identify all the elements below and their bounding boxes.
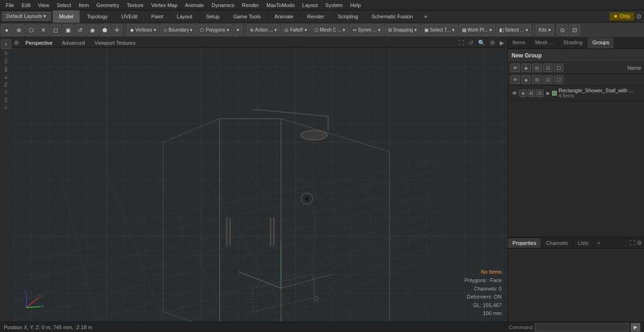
vp-ctrl-reset[interactable]: ↺ <box>467 39 475 47</box>
viewport-canvas[interactable]: X Y Z No Items Polygons : Face Channels:… <box>12 48 507 322</box>
group-ctrl-eye2[interactable]: 👁 <box>511 75 520 84</box>
toolbar-polygons[interactable]: ⬡ Polygons ▾ <box>197 24 232 36</box>
group-item-btn2[interactable]: ⊟ <box>528 89 535 97</box>
sidebar-btn-1[interactable]: ≡ <box>1 40 11 49</box>
toolbar-select[interactable]: ▣ Select T... ▾ <box>421 24 458 36</box>
toolbar-mode[interactable]: ▾ <box>233 24 242 36</box>
vp-ctrl-fullscreen[interactable]: ⛶ <box>457 39 465 47</box>
menu-edit[interactable]: Edit <box>18 1 34 9</box>
bottom-ctrl-expand[interactable]: ⛶ <box>629 240 635 246</box>
group-ctrl-check2[interactable]: ☑ <box>543 75 553 84</box>
vp-tab-textures[interactable]: Viewport Textures <box>90 39 140 47</box>
toolbar-kits[interactable]: Kits ▾ <box>536 24 554 36</box>
group-ctrl-lock2[interactable]: ⊟ <box>532 75 542 84</box>
rp-tab-shading[interactable]: Shading <box>559 38 587 49</box>
right-panel-bottom: Properties Channels Lists + ⛶ ⚙ <box>508 237 644 322</box>
toolbar-symmetry[interactable]: ⇔ Symm ... ▾ <box>349 24 383 36</box>
toolbar-selection[interactable]: ◧ Selecti ... ▾ <box>496 24 531 36</box>
menu-maxtomodo[interactable]: MaxToModo <box>263 1 298 9</box>
menu-system[interactable]: System <box>322 1 347 9</box>
sidebar-label-d: D: <box>4 50 8 56</box>
menu-layout[interactable]: Layout <box>298 1 322 9</box>
vp-ctrl-zoom[interactable]: 🔍 <box>477 39 487 47</box>
group-item[interactable]: 👁 ◈ ⊟ ☑ ▶ Rectangle_Shower_Stall_with ..… <box>508 86 644 101</box>
menu-file[interactable]: File <box>2 1 18 9</box>
toolbar-work-plane[interactable]: ▦ Work Pl... ▾ <box>459 24 495 36</box>
toolbar-icon-1[interactable]: ● <box>1 24 12 36</box>
sidebar-label-c: C: <box>4 89 8 95</box>
bottom-tab-channels[interactable]: Channels <box>541 238 573 248</box>
toolbar-snapping[interactable]: ⊞ Snapping ▾ <box>385 24 420 36</box>
tab-topology[interactable]: Topology <box>80 10 115 23</box>
toolbar-icon-9[interactable]: ⬟ <box>99 24 110 36</box>
layout-selector[interactable]: Default Layouts ▾ <box>2 12 51 21</box>
toolbar-action[interactable]: ⊛ Action ... ▾ <box>247 24 281 36</box>
menu-geometry[interactable]: Geometry <box>92 1 123 9</box>
bottom-tab-lists[interactable]: Lists <box>573 238 594 248</box>
tab-schematic-fusion[interactable]: Schematic Fusion <box>365 10 420 23</box>
rp-tab-groups[interactable]: Groups <box>587 38 614 49</box>
toolbar-icon-4[interactable]: ✕ <box>38 24 49 36</box>
rp-tab-items[interactable]: Items <box>508 38 530 49</box>
menu-render[interactable]: Render <box>238 1 263 9</box>
toolbar-vertices[interactable]: ◆ Vertices ▾ <box>127 24 159 36</box>
vp-ctrl-settings[interactable]: ⚙ <box>488 39 496 47</box>
group-ctrl-render2[interactable]: ◈ <box>521 75 531 84</box>
toolbar-icon-10[interactable]: ✛ <box>111 24 123 36</box>
menu-select[interactable]: Select <box>53 1 75 9</box>
bottom-tab-add[interactable]: + <box>594 238 604 248</box>
vp-tab-advanced[interactable]: Advanced <box>57 39 90 47</box>
tab-setup[interactable]: Setup <box>199 10 227 23</box>
vp-ctrl-expand[interactable]: ▶ <box>498 39 505 47</box>
snap-icon: ⊞ <box>388 27 392 32</box>
toolbar-icon-7[interactable]: ↺ <box>74 24 86 36</box>
menu-vertex-map[interactable]: Vertex Map <box>148 1 182 9</box>
menu-dynamics[interactable]: Dynamics <box>208 1 238 9</box>
tab-uvedit[interactable]: UVEdit <box>115 10 145 23</box>
toolbar-icon-5[interactable]: ◻ <box>50 24 61 36</box>
svg-text:X: X <box>39 294 41 298</box>
tab-scripting[interactable]: Scripting <box>331 10 365 23</box>
toolbar-icon-6[interactable]: ▣ <box>62 24 74 36</box>
tab-paint[interactable]: Paint <box>145 10 170 23</box>
menu-item[interactable]: Item <box>75 1 92 9</box>
command-go-button[interactable]: ▶ <box>631 323 640 332</box>
vp-tab-perspective[interactable]: Perspective <box>21 39 57 47</box>
toolbar-view-icon-2[interactable]: ⊡ <box>569 24 580 36</box>
group-ctrl-eye[interactable]: 👁 <box>511 64 520 72</box>
tab-render[interactable]: Render <box>300 10 331 23</box>
rp-tab-mesh[interactable]: Mesh ... <box>530 38 559 49</box>
menu-help[interactable]: Help <box>347 1 365 9</box>
bottom-bar: Position X, Y, Z: 0 m, 745 mm, -2.18 m C… <box>0 322 644 332</box>
tab-layout[interactable]: Layout <box>170 10 199 23</box>
group-ctrl-render[interactable]: ◈ <box>521 64 531 72</box>
group-ctrl-uncheck[interactable]: ☐ <box>554 64 563 72</box>
tab-model[interactable]: Model <box>53 10 81 23</box>
toolbar-boundary[interactable]: ◇ Boundary ▾ <box>160 24 196 36</box>
viewport[interactable]: Perspective Advanced Viewport Textures ⛶… <box>12 38 507 322</box>
group-item-btn1[interactable]: ◈ <box>519 89 527 97</box>
toolbar-icon-2[interactable]: ⊕ <box>13 24 25 36</box>
group-item-eye[interactable]: 👁 <box>511 89 518 97</box>
group-expand-icon[interactable]: ▶ <box>546 90 550 96</box>
toolbar-falloff[interactable]: ◎ Falloff ▾ <box>281 24 310 36</box>
toolbar-icon-8[interactable]: ◉ <box>87 24 98 36</box>
menu-view[interactable]: View <box>34 1 53 9</box>
toolbar-view-icon-1[interactable]: ⊙ <box>557 24 568 36</box>
group-ctrl-check[interactable]: ☑ <box>543 64 553 72</box>
bottom-tab-properties[interactable]: Properties <box>508 238 541 248</box>
menu-animate[interactable]: Animate <box>181 1 207 9</box>
tab-game-tools[interactable]: Game Tools <box>227 10 268 23</box>
settings-icon[interactable]: ⚙ <box>636 13 642 20</box>
group-item-btn3[interactable]: ☑ <box>536 89 544 97</box>
command-input[interactable] <box>535 323 629 332</box>
bottom-ctrl-settings[interactable]: ⚙ <box>637 240 642 246</box>
group-ctrl-uncheck2[interactable]: ☐ <box>554 75 563 84</box>
toolbar-mesh[interactable]: ⬡ Mesh C ... ▾ <box>311 24 349 36</box>
group-ctrl-lock[interactable]: ⊟ <box>532 64 542 72</box>
star-only-button[interactable]: ★ Only <box>610 12 634 20</box>
menu-texture[interactable]: Texture <box>123 1 148 9</box>
toolbar-icon-3[interactable]: ⬡ <box>25 24 37 36</box>
add-layout-tab[interactable]: + <box>420 12 431 21</box>
tab-animate[interactable]: Animate <box>268 10 300 23</box>
